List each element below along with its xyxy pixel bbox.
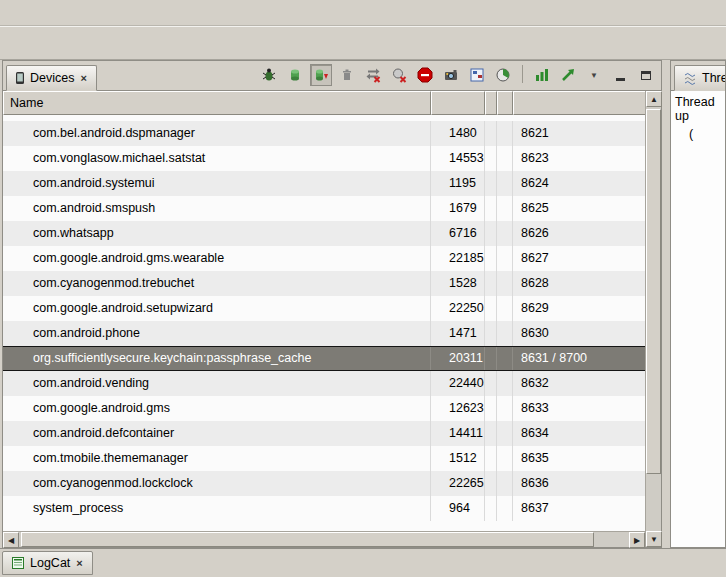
process-pid: 964 xyxy=(431,496,485,521)
table-row[interactable]: com.bel.android.dspmanager 1480 8621 xyxy=(3,121,645,146)
empty-cell xyxy=(485,196,497,221)
process-pid: 1679 xyxy=(431,196,485,221)
table-row[interactable]: com.android.defcontainer 14411 8634 xyxy=(3,421,645,446)
threads-message-line1: Thread up xyxy=(675,95,723,123)
empty-cell xyxy=(497,321,513,346)
process-name: com.android.vending xyxy=(3,371,431,396)
table-row[interactable]: com.google.android.setupwizard 22250 862… xyxy=(3,296,645,321)
table-row[interactable]: org.sufficientlysecure.keychain:passphra… xyxy=(3,346,645,371)
process-name: com.google.android.gms.wearable xyxy=(3,246,431,271)
tab-logcat[interactable]: LogCat × xyxy=(2,551,93,575)
process-pid: 1195 xyxy=(431,171,485,196)
close-icon[interactable]: × xyxy=(75,557,83,569)
process-name: com.google.android.gms xyxy=(3,396,431,421)
empty-cell xyxy=(497,347,513,370)
tab-threads[interactable]: Threads xyxy=(674,65,726,91)
view-hierarchy-icon[interactable] xyxy=(466,64,488,86)
process-pid: 1480 xyxy=(431,121,485,146)
table-row[interactable]: com.google.android.gms.wearable 22185 86… xyxy=(3,246,645,271)
scroll-up-icon[interactable]: ▲ xyxy=(646,91,662,107)
update-threads-icon[interactable] xyxy=(362,64,384,86)
table-row[interactable]: com.vonglasow.michael.satstat 14553 8623 xyxy=(3,146,645,171)
table-row[interactable]: com.android.smspush 1679 8625 xyxy=(3,196,645,221)
empty-cell xyxy=(497,246,513,271)
threads-icon xyxy=(683,71,697,85)
stop-process-icon[interactable] xyxy=(414,64,436,86)
process-port: 8621 xyxy=(513,121,645,146)
column-header-name[interactable]: Name xyxy=(3,91,431,115)
empty-cell xyxy=(485,146,497,171)
view-menu-icon[interactable]: ▼ xyxy=(583,64,605,86)
empty-cell xyxy=(497,421,513,446)
update-heap-icon[interactable] xyxy=(284,64,306,86)
main-toolbar xyxy=(0,26,726,60)
column-header-pid[interactable] xyxy=(431,91,485,115)
vscroll-track[interactable] xyxy=(646,107,661,531)
table-row[interactable]: com.cyanogenmod.trebuchet 1528 8628 xyxy=(3,271,645,296)
process-port: 8634 xyxy=(513,421,645,446)
system-info-icon[interactable] xyxy=(492,64,514,86)
device-icon xyxy=(15,71,25,85)
process-port: 8635 xyxy=(513,446,645,471)
menu-item[interactable] xyxy=(60,9,78,17)
close-icon[interactable]: × xyxy=(79,72,87,84)
column-header-port[interactable] xyxy=(513,91,645,115)
process-name: system_process xyxy=(3,496,431,521)
hscroll-track[interactable] xyxy=(19,532,629,547)
empty-cell xyxy=(485,471,497,496)
process-name: com.whatsapp xyxy=(3,221,431,246)
empty-cell xyxy=(497,196,513,221)
empty-cell xyxy=(497,121,513,146)
empty-cell xyxy=(485,171,497,196)
table-row[interactable]: com.android.vending 22440 8632 xyxy=(3,371,645,396)
scroll-left-icon[interactable]: ◀ xyxy=(3,532,19,548)
empty-cell xyxy=(485,321,497,346)
process-port: 8637 xyxy=(513,496,645,521)
process-pid: 12623 xyxy=(431,396,485,421)
table-row[interactable]: com.whatsapp 6716 8626 xyxy=(3,221,645,246)
screen-capture-icon[interactable] xyxy=(440,64,462,86)
hscroll-thumb[interactable] xyxy=(21,532,594,547)
vertical-scrollbar[interactable]: ▲ ▼ xyxy=(645,91,661,547)
process-port: 8623 xyxy=(513,146,645,171)
logcat-icon xyxy=(11,556,25,570)
cause-gc-icon[interactable] xyxy=(336,64,358,86)
menu-item[interactable] xyxy=(24,9,42,17)
menu-item[interactable] xyxy=(78,9,96,17)
tree-view-icon[interactable] xyxy=(531,64,553,86)
column-header-empty[interactable] xyxy=(485,91,497,115)
dump-hprof-icon[interactable] xyxy=(310,64,332,86)
horizontal-scrollbar[interactable]: ◀ ▶ xyxy=(3,531,645,547)
table-row[interactable]: system_process 964 8637 xyxy=(3,496,645,521)
menu-item[interactable] xyxy=(42,9,60,17)
empty-cell xyxy=(485,221,497,246)
table-row[interactable]: com.android.phone 1471 8630 xyxy=(3,321,645,346)
table-row[interactable]: com.tmobile.thememanager 1512 8635 xyxy=(3,446,645,471)
process-pid: 22250 xyxy=(431,296,485,321)
table-row[interactable]: com.android.systemui 1195 8624 xyxy=(3,171,645,196)
empty-cell xyxy=(497,446,513,471)
vscroll-thumb[interactable] xyxy=(646,109,661,474)
maximize-icon[interactable] xyxy=(635,64,657,86)
scroll-down-icon[interactable]: ▼ xyxy=(646,531,662,547)
process-name: com.cyanogenmod.trebuchet xyxy=(3,271,431,296)
debug-process-icon[interactable] xyxy=(258,64,280,86)
process-pid: 22440 xyxy=(431,371,485,396)
tab-logcat-label: LogCat xyxy=(30,556,70,570)
process-port: 8628 xyxy=(513,271,645,296)
empty-cell xyxy=(497,271,513,296)
menu-item[interactable] xyxy=(6,9,24,17)
empty-cell xyxy=(485,296,497,321)
minimize-icon[interactable] xyxy=(609,64,631,86)
scroll-right-icon[interactable]: ▶ xyxy=(629,532,645,548)
method-profiling-icon[interactable] xyxy=(388,64,410,86)
table-row[interactable]: com.cyanogenmod.lockclock 22265 8636 xyxy=(3,471,645,496)
systrace-icon[interactable] xyxy=(557,64,579,86)
column-header-empty[interactable] xyxy=(497,91,513,115)
panel-sash[interactable] xyxy=(662,60,670,548)
empty-cell xyxy=(485,246,497,271)
table-row[interactable]: com.google.android.gms 12623 8633 xyxy=(3,396,645,421)
process-port: 8631 / 8700 xyxy=(513,347,645,370)
tab-devices[interactable]: Devices × xyxy=(6,65,97,91)
process-pid: 20311 xyxy=(431,347,485,370)
